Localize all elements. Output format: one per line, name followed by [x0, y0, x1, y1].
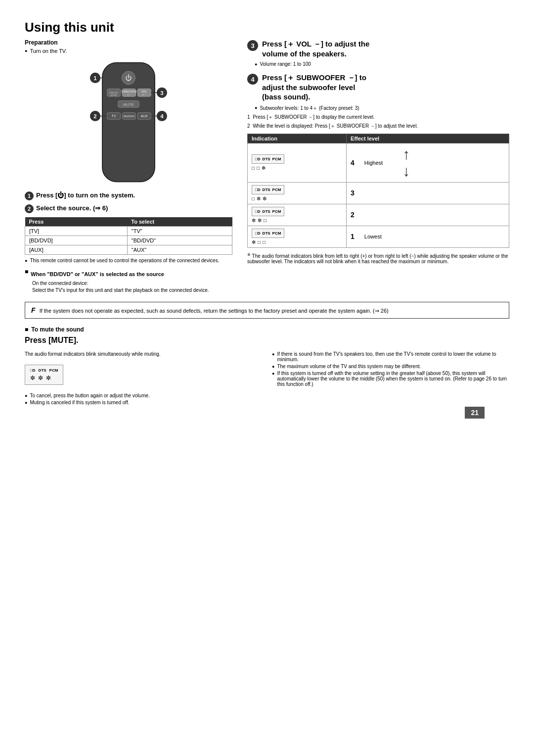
- svg-text:AUX: AUX: [141, 114, 148, 118]
- footnote-star: ※ The audio format indicators blink from…: [247, 252, 509, 264]
- remote-note: This remote control cannot be used to co…: [25, 258, 232, 263]
- right-column: 3 Press [＋ VOL －] to adjust thevolume of…: [247, 39, 509, 294]
- step3-header: 3 Press [＋ VOL －] to adjust thevolume of…: [247, 39, 509, 58]
- mute-right: If there is sound from the TV's speakers…: [272, 350, 509, 407]
- mute-tv-speakers: If there is sound from the TV's speakers…: [272, 351, 509, 362]
- svg-text:MUTE: MUTE: [123, 102, 134, 107]
- page-number: 21: [465, 407, 485, 419]
- preparation-title: Preparation: [25, 39, 232, 46]
- step4-sub2: 2 While the level is displayed: Press [＋…: [247, 123, 509, 130]
- step2-text: Select the source. (⇒ 6): [36, 204, 108, 212]
- bd-dvd-aux-detail: Select the TV's input for this unit and …: [32, 287, 232, 293]
- step4-note: Subwoofer levels: 1 to 4＋ (Factory prese…: [255, 105, 509, 112]
- warning-box: F If the system does not operate as expe…: [25, 302, 509, 319]
- table-row: □D DTS PCM ✼✼□ 2: [248, 204, 509, 226]
- svg-text:SUBWOOFER: SUBWOOFER: [121, 91, 137, 93]
- step3-text: Press [＋ VOL －] to adjust thevolume of t…: [262, 39, 369, 58]
- indication-1: □D DTS PCM ✼□□: [248, 226, 347, 247]
- mute-left: The audio format indicators blink simult…: [25, 350, 262, 407]
- press-tv: [TV]: [25, 227, 128, 236]
- svg-text:+  −: + −: [142, 93, 147, 96]
- step2-num: 2: [25, 204, 34, 213]
- page-title: Using this unit: [25, 20, 509, 35]
- mute-desc: The audio format indicators blink simult…: [25, 351, 262, 357]
- indication-3: □D DTS PCM □✼✼: [248, 182, 347, 204]
- table-row: □D DTS PCM □✼✼ 3: [248, 182, 509, 204]
- mute-cancel-note: To cancel, press the button again or adj…: [25, 393, 262, 398]
- led-display-2: □D DTS PCM: [252, 207, 284, 216]
- svg-text:+   −: + −: [127, 94, 131, 96]
- led-display-1: □D DTS PCM: [252, 229, 284, 238]
- mute-max-vol: The maximum volume of the TV and this sy…: [272, 364, 509, 369]
- step1-text: Press [⏻] to turn on the system.: [36, 191, 135, 199]
- press-table-header-select: To select: [127, 217, 232, 227]
- step3-num: 3: [247, 40, 258, 51]
- indication-2: □D DTS PCM ✼✼□: [248, 204, 347, 226]
- step4-sub1: 1 Press [＋ SUBWOOFER －] to display the c…: [247, 114, 509, 121]
- step3-note: Volume range: 1 to 100: [255, 61, 509, 67]
- effect-2: 2: [347, 204, 509, 226]
- remote-diagram: ⏻ DIALOG LEVEL SUBWOOFER + − VOL + − MUT…: [74, 58, 183, 188]
- svg-text:LEVEL: LEVEL: [110, 94, 118, 96]
- step4-text: Press [＋ SUBWOOFER －] toadjust the subwo…: [262, 73, 366, 102]
- table-row: [TV] "TV": [25, 227, 232, 236]
- press-bddvd: [BD/DVD]: [25, 236, 128, 245]
- step4-header: 4 Press [＋ SUBWOOFER －] toadjust the sub…: [247, 73, 509, 102]
- bd-dvd-aux-sub: On the connected device:: [32, 281, 232, 286]
- svg-text:4: 4: [160, 113, 164, 119]
- svg-text:BD/DVD: BD/DVD: [124, 115, 134, 118]
- table-row: □D DTS PCM □□✼ 4 Highest: [248, 143, 509, 182]
- mute-auto-lower: If this system is turned off with the vo…: [272, 371, 509, 387]
- bd-dvd-aux-section: ■ When "BD/DVD" or "AUX" is selected as …: [25, 268, 232, 293]
- step1-row: 1 Press [⏻] to turn on the system.: [25, 191, 232, 200]
- effect-3: 3: [347, 182, 509, 204]
- step1-num: 1: [25, 191, 34, 200]
- select-tv: "TV": [127, 227, 232, 236]
- mute-main-title: Press [MUTE].: [25, 336, 509, 345]
- preparation-section: Preparation Turn on the TV.: [25, 39, 232, 54]
- svg-text:1: 1: [93, 75, 97, 81]
- svg-text:TV: TV: [112, 114, 116, 118]
- mute-content: The audio format indicators blink simult…: [25, 350, 509, 407]
- led-display-4: □D DTS PCM: [252, 154, 284, 164]
- select-bddvd: "BD/DVD": [127, 236, 232, 245]
- step4-num: 4: [247, 74, 258, 85]
- preparation-bullet: Turn on the TV.: [25, 48, 232, 54]
- press-table-header-press: Press: [25, 217, 128, 227]
- mute-led-box: □DDTSPCM ✼✼✼: [25, 365, 63, 385]
- effect-table: Indication Effect level □D DTS PCM: [247, 134, 509, 248]
- warning-icon: F: [31, 306, 36, 314]
- warning-text: If the system does not operate as expect…: [40, 308, 389, 314]
- indication-4: □D DTS PCM □□✼: [248, 143, 347, 182]
- press-aux: [AUX]: [25, 245, 128, 255]
- effect-1: 1 Lowest: [347, 226, 509, 247]
- effect-4: 4 Highest ↑↓: [347, 143, 509, 182]
- select-aux: "AUX": [127, 245, 232, 255]
- svg-text:⏻: ⏻: [126, 74, 132, 82]
- table-row: [BD/DVD] "BD/DVD": [25, 236, 232, 245]
- table-row: □D DTS PCM ✼□□ 1 Lowest: [248, 226, 509, 247]
- left-column: Preparation Turn on the TV. ⏻ DIALOG LEV…: [25, 39, 232, 294]
- table-row: [AUX] "AUX": [25, 245, 232, 255]
- effect-table-indication: Indication: [248, 134, 347, 143]
- step2-row: 2 Select the source. (⇒ 6): [25, 204, 232, 213]
- svg-text:2: 2: [93, 113, 96, 119]
- mute-off-note: Muting is canceled if this system is tur…: [25, 400, 262, 405]
- mute-title-black: To mute the sound: [31, 326, 84, 333]
- mute-section: ■ To mute the sound Press [MUTE]. The au…: [25, 326, 509, 407]
- svg-text:3: 3: [160, 90, 163, 96]
- press-table: Press To select [TV] "TV" [BD/DVD] "BD/D…: [25, 217, 232, 255]
- led-display-3: □D DTS PCM: [252, 185, 284, 194]
- bd-dvd-aux-title: When "BD/DVD" or "AUX" is selected as th…: [31, 271, 164, 277]
- effect-table-level: Effect level: [347, 134, 509, 143]
